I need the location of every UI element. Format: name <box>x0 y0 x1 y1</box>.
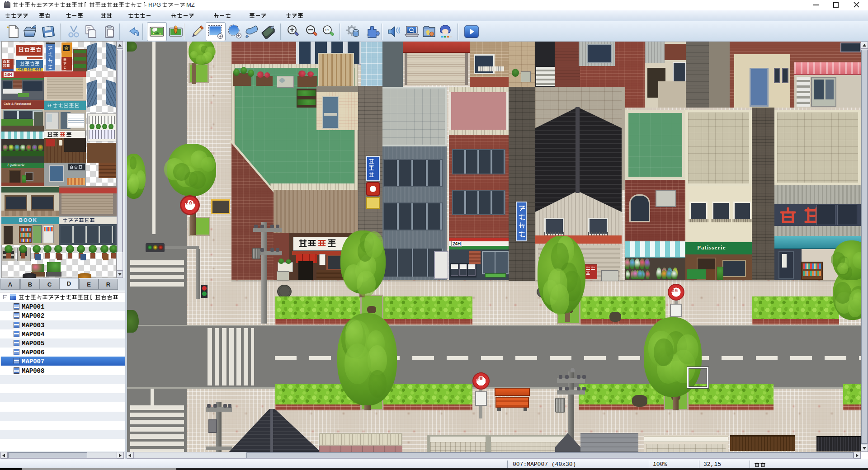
svg-text:1:1: 1:1 <box>325 28 330 32</box>
